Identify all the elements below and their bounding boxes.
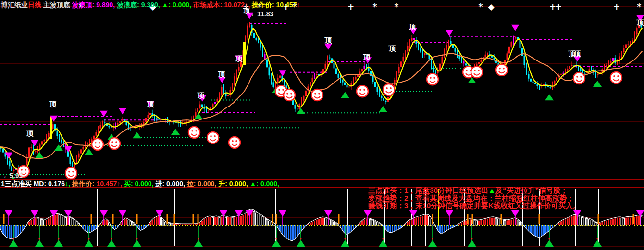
histogram-bar-positive bbox=[366, 219, 367, 225]
sub-indicator-name[interactable]: 三点准买 bbox=[5, 180, 32, 188]
orange-signal-bar bbox=[112, 214, 114, 224]
orange-signal-bar bbox=[633, 214, 634, 224]
buy-tip-dot bbox=[136, 238, 137, 239]
candle-body bbox=[329, 58, 331, 59]
histogram-bar-positive bbox=[487, 219, 488, 225]
candle-body bbox=[145, 118, 147, 122]
sell-signal-triangle bbox=[100, 111, 108, 117]
smiley-icon bbox=[92, 139, 103, 150]
histogram-bar-positive bbox=[424, 215, 426, 225]
chart-canvas[interactable]: 顶顶顶顶顶顶顶顶顶顶顶顶顶*◆+*+*+***◆+++*顶←11.83←5.93 bbox=[0, 0, 644, 250]
histogram-bar-positive bbox=[104, 220, 106, 225]
histogram-bar-positive bbox=[520, 222, 521, 225]
histogram-bar-positive bbox=[65, 217, 67, 225]
histogram-bar-positive bbox=[478, 221, 480, 225]
candle-body bbox=[485, 55, 486, 57]
sub-sell-triangle bbox=[324, 210, 332, 217]
histogram-bar-positive bbox=[476, 221, 478, 225]
histogram-bar-negative bbox=[530, 225, 532, 233]
histogram-bar-positive bbox=[638, 216, 640, 225]
sub-buy-triangle bbox=[107, 240, 116, 247]
candle-body bbox=[96, 132, 97, 136]
candle-body bbox=[221, 87, 223, 95]
histogram-bar-positive bbox=[124, 219, 125, 225]
buy-signal-triangle bbox=[341, 92, 349, 98]
market-cost-value: 市场成本: 10.072↑, bbox=[193, 1, 250, 9]
histogram-bar-positive bbox=[372, 220, 374, 225]
candle-body bbox=[78, 154, 80, 158]
buy-tip-dot bbox=[111, 238, 112, 239]
candle-body bbox=[214, 102, 216, 104]
top-edge-marker-icon: * bbox=[637, 2, 642, 12]
candle-body bbox=[621, 52, 622, 56]
histogram-bar-positive bbox=[364, 220, 365, 225]
top-label-text: 顶 bbox=[388, 44, 396, 52]
histogram-bar-positive bbox=[379, 223, 380, 225]
sub-sell-triangle bbox=[511, 210, 519, 217]
histogram-bar-negative bbox=[396, 225, 397, 230]
indicator-name[interactable]: 主波顶底 bbox=[43, 1, 70, 9]
histogram-bar-positive bbox=[54, 215, 56, 225]
candle-body bbox=[372, 76, 374, 82]
histogram-bar-positive bbox=[571, 216, 573, 225]
histogram-bar-positive bbox=[256, 213, 257, 225]
histogram-bar-positive bbox=[606, 221, 607, 225]
candle-body bbox=[119, 121, 121, 123]
histogram-bar-positive bbox=[589, 219, 590, 225]
histogram-bar-positive bbox=[48, 218, 50, 225]
orange-signal-bar bbox=[193, 214, 194, 224]
buy-tip-dot bbox=[548, 238, 550, 239]
sub-sell-triangle bbox=[409, 210, 417, 217]
candle-body bbox=[513, 39, 514, 42]
histogram-bar-negative bbox=[20, 225, 21, 233]
stock-name[interactable]: 博汇纸业 bbox=[1, 1, 28, 9]
candle-body bbox=[223, 87, 224, 93]
candle-body bbox=[295, 105, 296, 109]
histogram-bar-positive bbox=[225, 217, 227, 225]
histogram-bar-positive bbox=[593, 221, 594, 225]
candle-body bbox=[312, 78, 313, 82]
candle-body bbox=[9, 161, 11, 166]
histogram-bar-positive bbox=[253, 211, 255, 225]
candle-body bbox=[526, 65, 527, 74]
histogram-bar-positive bbox=[636, 216, 638, 225]
smiley-icon bbox=[427, 73, 438, 85]
histogram-bar-positive bbox=[623, 218, 625, 225]
histogram-bar-negative bbox=[442, 225, 443, 233]
sub-buy-triangle bbox=[35, 240, 44, 247]
histogram-bar-positive bbox=[232, 217, 233, 225]
candle-body bbox=[612, 58, 614, 61]
period-label[interactable]: 日线 bbox=[28, 1, 41, 9]
candle-body bbox=[584, 73, 586, 74]
candle-body bbox=[381, 96, 383, 98]
top-label-text: 顶 bbox=[324, 36, 332, 44]
histogram-bar-positive bbox=[76, 222, 77, 225]
histogram-bar-positive bbox=[102, 222, 103, 225]
candle-body bbox=[524, 56, 525, 65]
histogram-bar-negative bbox=[5, 225, 6, 236]
candle-body bbox=[455, 48, 456, 52]
histogram-bar-positive bbox=[498, 219, 499, 225]
orange-signal-bar bbox=[467, 214, 469, 224]
histogram-bar-negative bbox=[547, 225, 549, 232]
candle-body bbox=[534, 83, 536, 84]
candle-body bbox=[327, 58, 328, 64]
histogram-bar-positive bbox=[489, 218, 491, 225]
candle-body bbox=[31, 147, 32, 148]
candle-body bbox=[335, 68, 337, 74]
top-label-text: 顶 bbox=[197, 91, 205, 99]
candle-body bbox=[444, 50, 445, 57]
candle-body bbox=[634, 35, 635, 41]
candle-body bbox=[83, 147, 84, 149]
candle-body bbox=[379, 92, 380, 96]
histogram-bar-positive bbox=[74, 220, 75, 225]
candle-body bbox=[334, 63, 335, 69]
candle-body bbox=[284, 81, 285, 85]
rise-value: 升: 0.000, bbox=[218, 180, 248, 188]
histogram-bar-positive bbox=[57, 214, 58, 225]
histogram-bar-negative bbox=[348, 225, 350, 233]
candle-body bbox=[528, 74, 530, 78]
smiley-icon bbox=[284, 89, 295, 101]
histogram-bar-negative bbox=[288, 225, 289, 239]
histogram-bar-negative bbox=[387, 225, 389, 232]
